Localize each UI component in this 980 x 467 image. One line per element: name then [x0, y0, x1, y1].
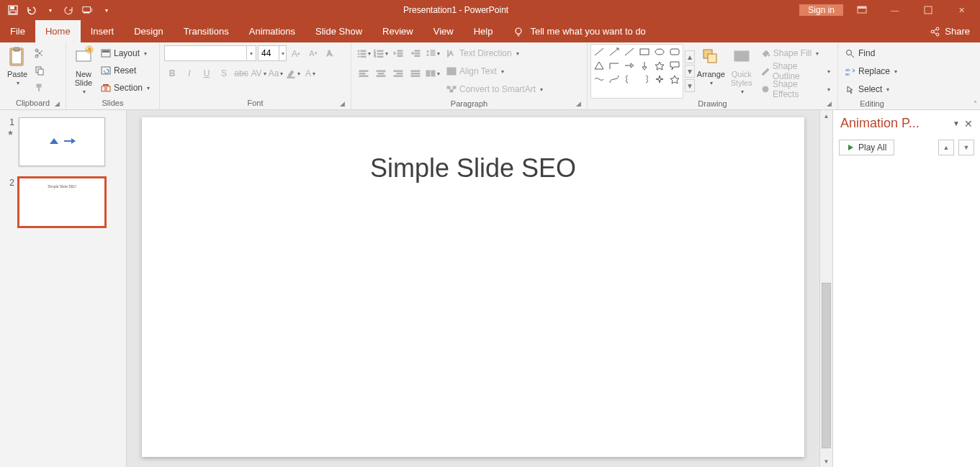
reset-button[interactable]: Reset: [98, 63, 153, 78]
font-name-dropdown-icon[interactable]: ▾: [246, 46, 256, 60]
align-right-icon[interactable]: [390, 65, 406, 81]
slide-canvas[interactable]: Simple Slide SEO: [142, 117, 804, 457]
font-name-combo[interactable]: ▾: [164, 45, 256, 61]
tell-me-search[interactable]: Tell me what you want to do: [503, 20, 919, 42]
replace-button[interactable]: abacReplace▾: [842, 63, 900, 79]
find-button[interactable]: Find: [842, 45, 900, 61]
thumbnail-canvas[interactable]: [19, 117, 105, 166]
slide-editor[interactable]: Simple Slide SEO: [127, 110, 819, 467]
shape-oval-icon[interactable]: [652, 45, 667, 58]
change-case-icon[interactable]: Aa▾: [268, 65, 284, 81]
cut-icon[interactable]: [32, 45, 48, 61]
underline-icon[interactable]: U: [199, 65, 215, 81]
shape-effects-button[interactable]: Shape Effects▾: [758, 81, 833, 97]
arrange-button[interactable]: Arrange▾: [695, 44, 727, 99]
paste-button[interactable]: Paste ▾: [3, 44, 32, 98]
play-all-button[interactable]: Play All: [839, 140, 894, 155]
shape-outline-button[interactable]: Shape Outline▾: [758, 63, 833, 79]
shape-star5-icon[interactable]: [667, 73, 682, 86]
close-pane-icon[interactable]: ✕: [964, 118, 973, 130]
italic-icon[interactable]: I: [181, 65, 197, 81]
bullets-icon[interactable]: ▾: [356, 45, 372, 61]
shadow-icon[interactable]: S: [216, 65, 232, 81]
layout-button[interactable]: Layout▾: [98, 45, 153, 61]
shape-brace-icon[interactable]: [622, 73, 637, 86]
shape-star-icon[interactable]: [652, 59, 667, 72]
undo-dropdown-icon[interactable]: ▾: [45, 4, 56, 16]
tab-home[interactable]: Home: [35, 20, 81, 42]
tab-slideshow[interactable]: Slide Show: [305, 20, 372, 42]
shape-elbow-icon[interactable]: [607, 59, 621, 72]
drawing-launcher-icon[interactable]: ◢: [824, 99, 833, 108]
convert-smartart-button[interactable]: Convert to SmartArt▾: [444, 81, 546, 97]
shape-line-icon[interactable]: [592, 45, 606, 58]
redo-icon[interactable]: [63, 4, 75, 16]
font-name-input[interactable]: [165, 48, 246, 58]
align-center-icon[interactable]: [373, 65, 389, 81]
scroll-thumb[interactable]: [822, 283, 831, 448]
shape-callout-icon[interactable]: [667, 59, 682, 72]
text-direction-button[interactable]: |AText Direction▾: [444, 45, 546, 61]
numbering-icon[interactable]: 123▾: [373, 45, 389, 61]
shape-star4-icon[interactable]: [652, 73, 667, 86]
copy-icon[interactable]: [32, 63, 48, 78]
vertical-scrollbar[interactable]: ▲ ▼: [819, 110, 832, 467]
font-size-input[interactable]: [259, 48, 279, 58]
shape-brace2-icon[interactable]: [637, 73, 652, 86]
paste-dropdown-icon[interactable]: ▾: [15, 80, 19, 86]
columns-icon[interactable]: ▾: [425, 65, 441, 81]
shape-connector1-icon[interactable]: [592, 73, 606, 86]
scroll-up-icon[interactable]: ▲: [820, 110, 832, 122]
tab-design[interactable]: Design: [124, 20, 173, 42]
quick-styles-button[interactable]: Abc Quick Styles▾: [727, 44, 756, 99]
undo-icon[interactable]: [26, 4, 37, 16]
thumbnail-2[interactable]: 2 Simple Slide SEO: [7, 178, 119, 227]
tab-view[interactable]: View: [423, 20, 464, 42]
collapse-ribbon-icon[interactable]: ˄: [974, 100, 977, 108]
new-slide-button[interactable]: New Slide ▾: [69, 44, 98, 98]
maximize-icon[interactable]: [914, 1, 943, 19]
new-slide-dropdown-icon[interactable]: ▾: [81, 89, 86, 95]
pane-dropdown-icon[interactable]: ▼: [953, 119, 960, 127]
shape-triangle-icon[interactable]: [592, 59, 606, 72]
font-launcher-icon[interactable]: ◢: [338, 99, 346, 108]
section-button[interactable]: Section▾: [98, 80, 153, 96]
shape-arrow-icon[interactable]: [607, 45, 621, 58]
move-down-icon[interactable]: ▼: [958, 140, 974, 155]
align-left-icon[interactable]: [356, 65, 372, 81]
gallery-more-icon[interactable]: ▼: [685, 79, 695, 92]
move-up-icon[interactable]: ▲: [938, 140, 954, 155]
sign-in-button[interactable]: Sign in: [799, 4, 843, 16]
format-painter-icon[interactable]: [32, 80, 48, 96]
select-button[interactable]: Select▾: [842, 81, 900, 97]
shape-arrow-right-icon[interactable]: [622, 59, 637, 72]
ribbon-display-options-icon[interactable]: [848, 1, 876, 19]
shape-roundrect-icon[interactable]: [667, 45, 682, 58]
clipboard-launcher-icon[interactable]: ◢: [53, 99, 61, 108]
scroll-down-icon[interactable]: ▼: [820, 455, 832, 467]
paragraph-launcher-icon[interactable]: ◢: [574, 99, 583, 108]
slide-title-text[interactable]: Simple Slide SEO: [142, 153, 804, 183]
tab-transitions[interactable]: Transitions: [174, 20, 239, 42]
shape-connector2-icon[interactable]: [607, 73, 621, 86]
decrease-indent-icon[interactable]: [390, 45, 406, 61]
increase-font-icon[interactable]: A▴: [288, 45, 304, 61]
increase-indent-icon[interactable]: [408, 45, 423, 61]
line-spacing-icon[interactable]: ▾: [425, 45, 441, 61]
thumbnail-1[interactable]: 1 ★: [7, 117, 119, 166]
tab-file[interactable]: File: [0, 20, 35, 42]
font-size-combo[interactable]: ▾: [258, 45, 287, 61]
font-highlight-icon[interactable]: ▾: [285, 65, 301, 81]
thumbnail-canvas[interactable]: Simple Slide SEO: [19, 178, 105, 227]
close-icon[interactable]: ✕: [947, 1, 976, 19]
bold-icon[interactable]: B: [164, 65, 180, 81]
justify-icon[interactable]: [408, 65, 423, 81]
shape-rect-icon[interactable]: [637, 45, 652, 58]
strikethrough-icon[interactable]: abc: [233, 65, 249, 81]
gallery-down-icon[interactable]: ▾: [685, 65, 695, 78]
gallery-up-icon[interactable]: ▴: [685, 50, 695, 63]
save-icon[interactable]: [7, 4, 19, 16]
minimize-icon[interactable]: —: [881, 1, 909, 19]
share-button[interactable]: Share: [919, 20, 980, 42]
character-spacing-icon[interactable]: AV▾: [251, 65, 266, 81]
